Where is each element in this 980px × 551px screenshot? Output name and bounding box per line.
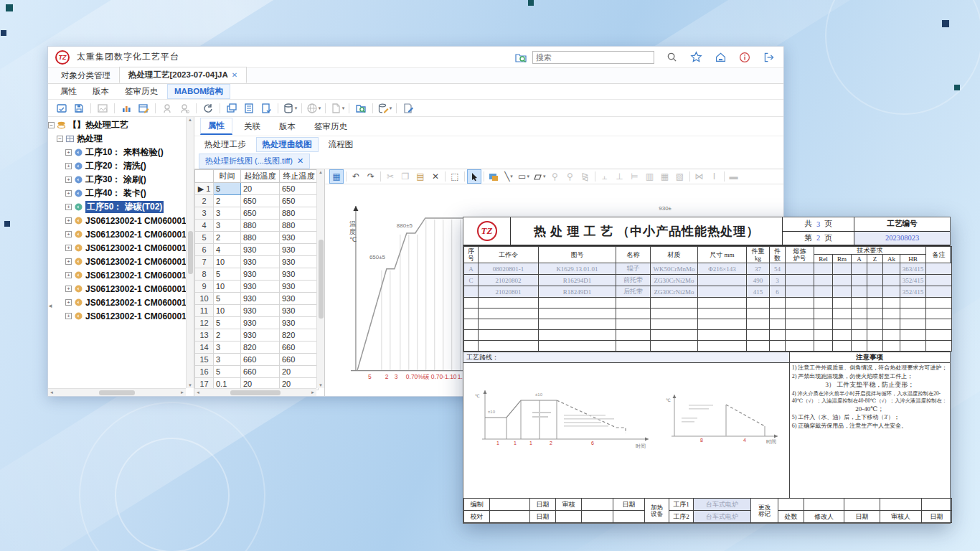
align-left-icon[interactable]: ⫠: [598, 169, 612, 184]
tree-item[interactable]: +JS06123002-1 CM0600011215: [48, 255, 186, 268]
ws-subtab-热处理工步[interactable]: 热处理工步: [199, 138, 252, 151]
steps-vertical-scrollbar[interactable]: ▲▼: [316, 169, 324, 388]
steps-cell[interactable]: 3: [214, 220, 241, 232]
search-icon[interactable]: [664, 50, 679, 65]
tree-expander[interactable]: +: [65, 190, 72, 197]
steps-cell[interactable]: 930: [280, 268, 319, 281]
steps-cell[interactable]: 930: [241, 329, 280, 342]
steps-cell[interactable]: 930: [241, 281, 280, 293]
steps-cell[interactable]: 10: [214, 281, 241, 293]
cursor-icon[interactable]: [467, 169, 481, 184]
align-middle-icon[interactable]: ▦: [658, 169, 672, 184]
steps-cell[interactable]: 930: [280, 281, 319, 293]
tree-vertical-scrollbar[interactable]: ▲▼: [186, 117, 194, 388]
steps-row[interactable]: 910930930: [195, 281, 319, 293]
steps-cell[interactable]: 820: [241, 342, 280, 354]
tree-expander[interactable]: +: [65, 149, 72, 156]
steps-cell[interactable]: 930: [241, 305, 280, 317]
exit-icon[interactable]: [762, 50, 776, 65]
steps-cell[interactable]: 930: [280, 232, 319, 244]
steps-row[interactable]: 52880930: [195, 232, 319, 244]
steps-row[interactable]: 143820660: [195, 342, 319, 354]
window-tab[interactable]: 热处理工艺[2023-07-04]JA✕: [119, 67, 247, 83]
tree-expander[interactable]: +: [65, 258, 72, 265]
file-tab[interactable]: 热处理折线图 (...线图.tiff) ✕: [199, 154, 310, 169]
tree-expander[interactable]: +: [65, 299, 72, 306]
steps-cell[interactable]: 820: [280, 329, 319, 342]
steps-cell[interactable]: 930: [280, 244, 319, 256]
steps-cell[interactable]: 3: [214, 207, 241, 220]
tree-item[interactable]: +JS06123002-1 CM0600011215: [48, 241, 186, 255]
steps-cell[interactable]: 2: [214, 232, 241, 244]
find-icon[interactable]: ⚲: [548, 169, 562, 184]
ws-subtab-流程图[interactable]: 流程图: [323, 138, 359, 151]
steps-cell[interactable]: 930: [241, 293, 280, 305]
home-icon[interactable]: [713, 50, 727, 65]
steps-cell[interactable]: 3: [214, 354, 241, 366]
tree-item[interactable]: +JS06123002-1 CM0600011215: [48, 214, 186, 227]
ws-tab-签审历史[interactable]: 签审历史: [307, 119, 354, 134]
ws-tab-属性[interactable]: 属性: [200, 118, 232, 135]
steps-cell[interactable]: 2: [214, 329, 241, 342]
align-right-icon[interactable]: ⊨: [628, 169, 642, 184]
steps-cell[interactable]: 10: [214, 256, 241, 268]
list-icon[interactable]: [241, 101, 257, 116]
tree-expander[interactable]: +: [65, 204, 72, 210]
folder-search-icon[interactable]: [514, 50, 528, 65]
tree-expander[interactable]: −: [48, 122, 55, 128]
tree-expander[interactable]: +: [65, 163, 72, 169]
favorite-star-icon[interactable]: [689, 50, 703, 65]
panel-collapse-arrow[interactable]: ◄: [48, 298, 53, 314]
steps-row[interactable]: 1110930930: [195, 305, 319, 317]
select-all-icon[interactable]: ⬚: [448, 169, 462, 184]
folder-search-icon[interactable]: [353, 101, 369, 116]
tree-item[interactable]: +工序20： 清洗(): [48, 159, 186, 173]
steps-cell[interactable]: 20: [241, 183, 280, 195]
steps-row[interactable]: 33650880: [195, 207, 319, 220]
steps-row[interactable]: 22650650: [195, 195, 319, 207]
save-icon[interactable]: [71, 101, 87, 116]
steps-row[interactable]: 43880880: [195, 220, 319, 232]
steps-cell[interactable]: 930: [280, 293, 319, 305]
tab-close-icon[interactable]: ✕: [232, 71, 237, 79]
image-icon[interactable]: [95, 101, 110, 116]
rotate-c-icon[interactable]: [200, 101, 216, 116]
steps-cell[interactable]: 930: [280, 317, 319, 329]
steps-cell[interactable]: 880: [280, 207, 319, 220]
page-edit-icon[interactable]: [400, 101, 416, 116]
steps-cell[interactable]: 650: [241, 195, 280, 207]
steps-row[interactable]: 125930930: [195, 317, 319, 329]
ws-tab-版本[interactable]: 版本: [272, 119, 303, 134]
align-bottom-icon[interactable]: ▧: [673, 169, 687, 184]
database-icon[interactable]: ▾: [282, 101, 298, 116]
steps-cell[interactable]: 930: [280, 305, 319, 317]
steps-cell[interactable]: 4: [214, 244, 241, 256]
tree-expander[interactable]: −: [57, 136, 63, 142]
window-tab[interactable]: 对象分类管理: [52, 68, 119, 83]
undo-icon[interactable]: ↶: [349, 169, 363, 184]
delete-icon[interactable]: ✕: [428, 169, 443, 184]
detail-tab-版本[interactable]: 版本: [86, 85, 116, 98]
v-distribute-icon[interactable]: Ⅰ: [707, 169, 722, 184]
steps-cell[interactable]: 660: [280, 354, 319, 366]
user-pin-icon[interactable]: [159, 101, 175, 116]
redo-icon[interactable]: ↷: [364, 169, 378, 184]
tree-expander[interactable]: +: [65, 176, 72, 183]
tree-item[interactable]: +JS06123002-1 CM0600011215: [48, 309, 186, 323]
tree-expander[interactable]: +: [65, 245, 72, 251]
mirror-icon[interactable]: ⧎: [578, 169, 593, 184]
ws-subtab-热处理曲线图[interactable]: 热处理曲线图: [256, 137, 319, 152]
steps-cell[interactable]: 930: [241, 317, 280, 329]
tree-item[interactable]: +JS06123002-1 CM0600011215: [48, 227, 186, 241]
steps-cell[interactable]: 5: [214, 293, 241, 305]
steps-horizontal-scrollbar[interactable]: ◄►: [194, 388, 316, 396]
align-top-icon[interactable]: ▥: [643, 169, 657, 184]
ruler-icon[interactable]: ▬: [727, 169, 741, 184]
tree-item[interactable]: +工序10： 来料检验(): [48, 146, 186, 159]
doc-check-icon[interactable]: [258, 101, 274, 116]
steps-cell[interactable]: 650: [280, 183, 319, 195]
align-center-icon[interactable]: ⊥: [613, 169, 627, 184]
calendar-edit-icon[interactable]: [136, 101, 151, 116]
steps-cell[interactable]: 930: [241, 268, 280, 281]
steps-row[interactable]: 105930930: [195, 293, 319, 305]
